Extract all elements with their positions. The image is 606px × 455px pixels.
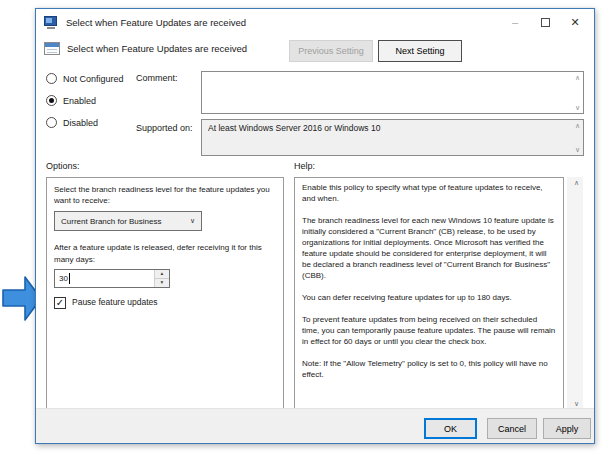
scroll-up-icon: ∧ (575, 122, 580, 129)
previous-setting-button: Previous Setting (289, 40, 373, 62)
radio-disabled[interactable]: Disabled (46, 117, 98, 128)
branch-readiness-prompt: Select the branch readiness level for th… (54, 184, 276, 206)
gpedit-app-icon (44, 16, 59, 29)
defer-days-input[interactable]: 30 ▴ ▾ (54, 269, 170, 288)
close-icon: ✕ (570, 17, 579, 28)
help-text: Enable this policy to specify what type … (294, 177, 564, 409)
radio-label: Disabled (63, 118, 98, 128)
button-bar: OK Cancel Apply (36, 408, 594, 443)
pause-updates-label[interactable]: Pause feature updates (72, 297, 158, 309)
radio-circle[interactable] (46, 117, 57, 128)
comment-textarea[interactable]: ∧ ∨ (201, 71, 584, 114)
branch-readiness-value: Current Branch for Business (61, 216, 162, 227)
radio-selected-dot (49, 98, 54, 103)
supported-on-label: Supported on: (136, 123, 193, 133)
comment-label: Comment: (136, 73, 178, 83)
defer-days-value: 30 (59, 273, 68, 284)
scroll-down-icon[interactable]: ∨ (574, 400, 579, 407)
maximize-icon (541, 18, 550, 27)
radio-circle[interactable] (46, 95, 57, 106)
minimize-icon: – (512, 17, 518, 28)
pause-updates-row[interactable]: ✓ Pause feature updates (54, 297, 276, 309)
close-button[interactable]: ✕ (560, 11, 590, 33)
help-scrollbar[interactable]: ∧ ∨ (567, 177, 583, 409)
scroll-down-icon[interactable]: ∨ (575, 104, 580, 111)
chevron-down-icon: ∨ (190, 216, 195, 226)
radio-enabled[interactable]: Enabled (46, 95, 96, 106)
options-panel: Select the branch readiness level for th… (46, 177, 284, 409)
radio-not-configured[interactable]: Not Configured (46, 73, 124, 84)
policy-setting-icon (44, 42, 60, 55)
scroll-up-icon[interactable]: ∧ (575, 74, 580, 81)
branch-readiness-select[interactable]: Current Branch for Business ∨ (54, 211, 202, 231)
help-label: Help: (294, 161, 315, 171)
supported-on-box: At least Windows Server 2016 or Windows … (201, 119, 584, 156)
spin-up-button[interactable]: ▴ (155, 270, 169, 279)
window-title: Select when Feature Updates are received (66, 17, 246, 28)
defer-days-prompt: After a feature update is released, defe… (54, 242, 276, 264)
spin-up-icon: ▴ (161, 270, 164, 278)
pause-updates-checkbox[interactable]: ✓ (54, 297, 66, 309)
apply-button[interactable]: Apply (543, 418, 591, 439)
title-bar[interactable]: Select when Feature Updates are received… (36, 9, 594, 35)
minimize-button: – (500, 11, 530, 33)
next-setting-button[interactable]: Next Setting (378, 40, 462, 62)
setting-name: Select when Feature Updates are received (67, 43, 247, 54)
ok-button[interactable]: OK (424, 418, 477, 439)
setting-header: Select when Feature Updates are received (44, 42, 247, 55)
options-label: Options: (46, 161, 80, 171)
spin-down-button[interactable]: ▾ (155, 279, 169, 287)
radio-label: Not Configured (63, 74, 124, 84)
policy-setting-dialog: Select when Feature Updates are received… (35, 8, 595, 444)
scroll-up-icon[interactable]: ∧ (574, 179, 579, 186)
spin-down-icon: ▾ (161, 279, 164, 287)
help-panel: Enable this policy to specify what type … (294, 177, 584, 409)
radio-label: Enabled (63, 96, 96, 106)
radio-circle[interactable] (46, 73, 57, 84)
supported-on-value: At least Windows Server 2016 or Windows … (208, 123, 380, 133)
checkmark-icon: ✓ (56, 298, 64, 308)
maximize-button[interactable] (530, 11, 560, 33)
scroll-down-icon: ∨ (575, 146, 580, 153)
text-caret (69, 273, 70, 284)
cancel-button[interactable]: Cancel (487, 418, 537, 439)
